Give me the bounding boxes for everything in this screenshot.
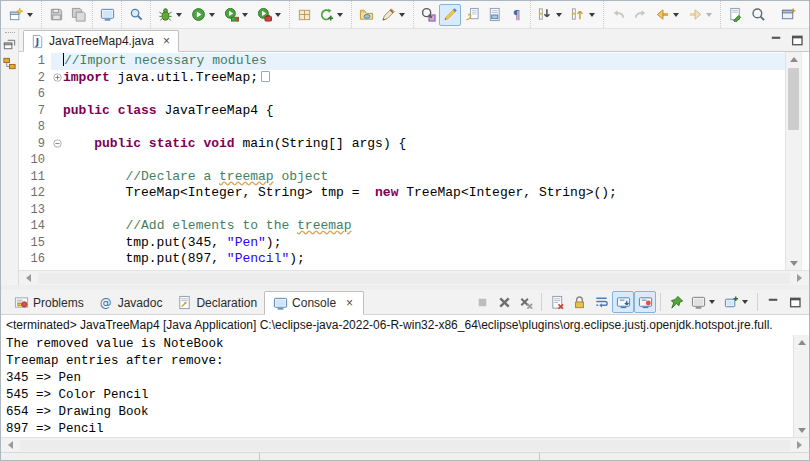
open-console-button[interactable] xyxy=(720,291,753,313)
dropdown-arrow-icon[interactable] xyxy=(673,13,679,17)
code-line[interactable]: 8 xyxy=(19,119,785,136)
show-selected-button[interactable] xyxy=(483,4,505,26)
dropdown-arrow-icon[interactable] xyxy=(556,13,562,17)
scroll-right-button[interactable] xyxy=(792,271,807,285)
fold-plus-icon[interactable] xyxy=(51,70,63,87)
prev-annotation-button[interactable] xyxy=(567,4,600,26)
search-button[interactable] xyxy=(747,4,769,26)
scroll-left-button[interactable] xyxy=(3,438,18,452)
display-console-button[interactable] xyxy=(687,291,720,313)
code-text[interactable] xyxy=(63,202,785,219)
debug-button[interactable] xyxy=(154,4,187,26)
console-vertical-scrollbar[interactable] xyxy=(793,335,809,437)
code-text[interactable] xyxy=(63,119,785,136)
scrollbar-thumb[interactable] xyxy=(788,68,799,130)
view-bar-handle[interactable] xyxy=(5,32,15,33)
java-search-button[interactable] xyxy=(125,4,147,26)
code-line[interactable]: 16 tmp.put(897, "Pencil"); xyxy=(19,251,785,268)
folded-region-icon[interactable] xyxy=(261,71,270,82)
dropdown-arrow-icon[interactable] xyxy=(399,13,405,17)
link-editor-button[interactable] xyxy=(461,4,483,26)
scroll-right-button[interactable] xyxy=(792,438,807,452)
scrollbar-track[interactable] xyxy=(38,273,790,284)
dropdown-arrow-icon[interactable] xyxy=(242,13,248,17)
editor-tab-close-icon[interactable]: × xyxy=(160,35,173,48)
external-tools-button[interactable] xyxy=(377,4,410,26)
minimize-button[interactable] xyxy=(767,32,785,48)
tab-close-icon[interactable]: × xyxy=(343,297,356,310)
dropdown-arrow-icon[interactable] xyxy=(709,300,715,304)
scroll-down-button[interactable] xyxy=(786,256,801,270)
restore-view-icon[interactable] xyxy=(2,36,18,52)
tab-problems[interactable]: Problems xyxy=(6,291,91,315)
console-horizontal-scrollbar[interactable] xyxy=(1,437,809,452)
scroll-left-button[interactable] xyxy=(21,271,36,285)
new-java-class-button[interactable] xyxy=(315,4,348,26)
code-line[interactable]: 6 xyxy=(19,86,785,103)
code-editor[interactable]: 1//Import necessary modules2import java.… xyxy=(19,52,785,270)
remove-all-terminated-button[interactable] xyxy=(515,291,537,313)
code-text[interactable]: import java.util.TreeMap; xyxy=(63,70,785,87)
dropdown-arrow-icon[interactable] xyxy=(742,300,748,304)
code-line[interactable]: 12 TreeMap<Integer, String> tmp = new Tr… xyxy=(19,185,785,202)
dropdown-arrow-icon[interactable] xyxy=(589,13,595,17)
dropdown-arrow-icon[interactable] xyxy=(275,13,281,17)
new-wizard-button[interactable] xyxy=(5,4,38,26)
pin-console-button[interactable] xyxy=(665,291,687,313)
scroll-up-button[interactable] xyxy=(794,335,809,349)
code-line[interactable]: 11 //Declare a treemap object xyxy=(19,169,785,186)
dropdown-arrow-icon[interactable] xyxy=(176,13,182,17)
last-edit-button[interactable] xyxy=(724,4,746,26)
minimize-button[interactable] xyxy=(762,291,784,313)
code-text[interactable]: //Declare a treemap object xyxy=(63,169,785,186)
code-text[interactable]: TreeMap<Integer, String> tmp = new TreeM… xyxy=(63,185,785,202)
maximize-button[interactable] xyxy=(788,32,806,48)
plugin-search-button[interactable] xyxy=(417,4,439,26)
fold-minus-icon[interactable] xyxy=(51,136,63,153)
code-line[interactable]: 14 //Add elements to the treemap xyxy=(19,218,785,235)
code-text[interactable] xyxy=(63,152,785,169)
maximize-button[interactable] xyxy=(784,291,806,313)
code-line[interactable]: 13 xyxy=(19,202,785,219)
new-java-project-button[interactable] xyxy=(293,4,315,26)
open-task-button[interactable] xyxy=(355,4,377,26)
package-explorer-icon[interactable] xyxy=(2,55,18,71)
console-view-button[interactable] xyxy=(96,4,118,26)
code-text[interactable]: tmp.put(897, "Pencil"); xyxy=(63,251,785,268)
scroll-up-button[interactable] xyxy=(786,52,801,66)
word-wrap-button[interactable] xyxy=(590,291,612,313)
code-line[interactable]: 9 public static void main(String[] args)… xyxy=(19,136,785,153)
code-line[interactable]: 10 xyxy=(19,152,785,169)
run-button[interactable] xyxy=(187,4,220,26)
dropdown-arrow-icon[interactable] xyxy=(209,13,215,17)
tab-console[interactable]: Console× xyxy=(264,291,364,315)
code-text[interactable]: public static void main(String[] args) { xyxy=(63,136,785,153)
remove-launch-button[interactable] xyxy=(493,291,515,313)
tab-declaration[interactable]: Declaration xyxy=(169,291,264,315)
perspective-button[interactable] xyxy=(777,4,799,26)
editor-horizontal-scrollbar[interactable] xyxy=(19,270,809,285)
next-annotation-button[interactable] xyxy=(534,4,567,26)
code-line[interactable]: 7public class JavaTreeMap4 { xyxy=(19,103,785,120)
tab-javadoc[interactable]: @Javadoc xyxy=(91,291,170,315)
code-text[interactable] xyxy=(63,86,785,103)
profile-button[interactable] xyxy=(253,4,286,26)
show-stderr-button[interactable] xyxy=(634,291,656,313)
editor-vertical-scrollbar[interactable] xyxy=(785,52,801,270)
code-line[interactable]: 2import java.util.TreeMap; xyxy=(19,70,785,87)
highlight-button[interactable] xyxy=(439,4,461,26)
code-text[interactable]: public class JavaTreeMap4 { xyxy=(63,103,785,120)
scroll-down-button[interactable] xyxy=(794,423,809,437)
show-stdout-button[interactable] xyxy=(612,291,634,313)
overview-ruler[interactable] xyxy=(801,52,809,270)
code-text[interactable]: //Add elements to the treemap xyxy=(63,218,785,235)
back-yellow-button[interactable] xyxy=(651,4,684,26)
scroll-lock-button[interactable] xyxy=(568,291,590,313)
code-text[interactable]: tmp.put(345, "Pen"); xyxy=(63,235,785,252)
clear-console-button[interactable] xyxy=(546,291,568,313)
coverage-button[interactable] xyxy=(220,4,253,26)
dropdown-arrow-icon[interactable] xyxy=(337,13,343,17)
console-output[interactable]: The removed value is NoteBookTreemap ent… xyxy=(1,335,793,437)
whitespace-button[interactable]: ¶ xyxy=(505,4,527,26)
dropdown-arrow-icon[interactable] xyxy=(27,13,33,17)
